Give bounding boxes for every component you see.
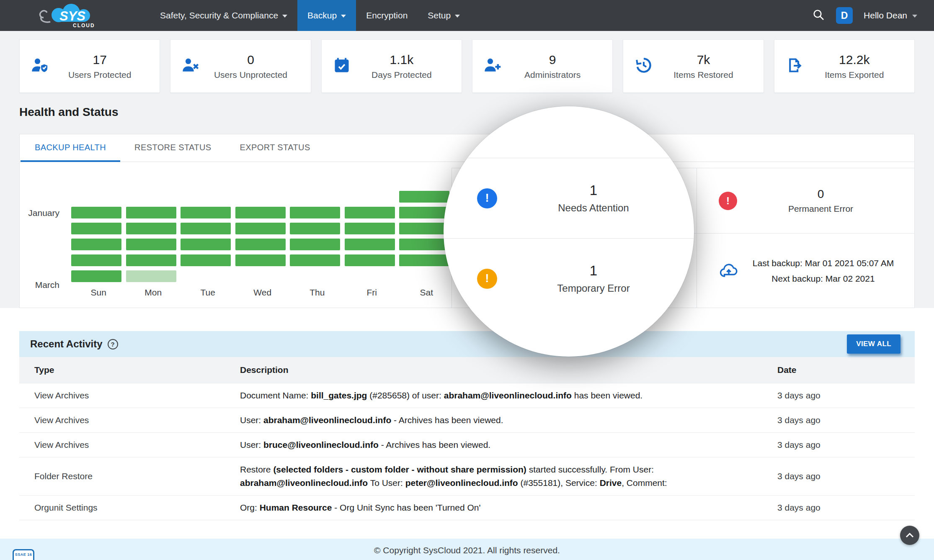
nav-setup[interactable]: Setup xyxy=(418,0,470,31)
activity-type-cell: Orgunit Settings xyxy=(19,496,240,520)
heatmap-month-label-start: January xyxy=(20,207,59,219)
search-icon[interactable] xyxy=(812,8,825,23)
stat-card-administrators[interactable]: 9 Administrators xyxy=(472,39,613,93)
alert-icon xyxy=(477,188,497,208)
user-x-icon xyxy=(181,56,201,76)
scroll-to-top-button[interactable] xyxy=(900,526,919,545)
nav-safety-security-compliance[interactable]: Safety, Security & Compliance xyxy=(150,0,297,31)
heatmap-cell xyxy=(181,223,231,234)
heatmap-day-label: Wed xyxy=(235,288,290,298)
table-row: Orgunit Settings Org: Human Resource - O… xyxy=(19,496,915,520)
caret-down-icon xyxy=(282,15,287,18)
backup-heatmap: January March Sun Mon Tue Wed Thu Fri Sa… xyxy=(20,162,452,308)
heatmap-cell xyxy=(71,223,121,234)
heatmap-month-label-end: March xyxy=(20,279,59,291)
recent-activity-section: Recent Activity VIEW ALL Type Descriptio… xyxy=(19,331,915,520)
next-backup-text: Next backup: Mar 02 2021 xyxy=(739,271,908,286)
heatmap-cell xyxy=(345,254,395,266)
table-row: View Archives User: bruce@liveonlineclou… xyxy=(19,433,915,457)
table-row: View Archives Document Name: bill_gates.… xyxy=(19,383,915,408)
page-footer: © Copyright SysCloud 2021. All rights re… xyxy=(0,539,934,560)
heatmap-day-label: Thu xyxy=(290,288,345,298)
magnified-needs-attention: 1 Needs Attention xyxy=(444,158,694,238)
avatar[interactable]: D xyxy=(836,7,853,24)
table-header-row: Type Description Date xyxy=(19,357,915,383)
heatmap-cell xyxy=(399,254,449,266)
recent-activity-table: Type Description Date View Archives Docu… xyxy=(19,357,915,520)
heatmap-cell xyxy=(345,239,395,250)
stat-value: 9 xyxy=(503,53,601,67)
activity-type-cell: Folder Restore xyxy=(19,457,240,496)
stat-value: 17 xyxy=(51,53,149,67)
nav-backup[interactable]: Backup xyxy=(297,0,356,31)
tab-export-status[interactable]: EXPORT STATUS xyxy=(225,134,324,162)
heatmap-day-labels: Sun Mon Tue Wed Thu Fri Sat xyxy=(71,288,454,298)
tab-backup-health[interactable]: BACKUP HEALTH xyxy=(21,134,120,162)
heatmap-day-label: Mon xyxy=(126,288,181,298)
activity-date-cell: 3 days ago xyxy=(777,383,915,408)
view-all-button[interactable]: VIEW ALL xyxy=(847,334,900,354)
heatmap-cell xyxy=(181,239,231,250)
heatmap-day-label: Sun xyxy=(71,288,126,298)
stats-row: 17 Users Protected 0 Users Unprotected 1… xyxy=(0,31,934,93)
stat-card-users-protected[interactable]: 17 Users Protected xyxy=(19,39,160,93)
activity-type-cell: View Archives xyxy=(19,383,240,408)
activity-description-cell: User: bruce@liveonlinecloud.info - Archi… xyxy=(240,433,777,457)
status-value: 1 xyxy=(497,263,690,279)
brand-cloud-text: CLOUD xyxy=(73,23,95,28)
stat-value: 7k xyxy=(654,53,752,67)
stat-card-items-restored[interactable]: 7k Items Restored xyxy=(623,39,764,93)
permanent-error-card: 0 Permanent Error xyxy=(697,168,914,233)
status-value: 0 xyxy=(737,188,904,201)
column-header-type: Type xyxy=(19,357,240,383)
heatmap-cell xyxy=(126,239,176,250)
backup-schedule-card: Last backup: Mar 01 2021 05:07 AM Next b… xyxy=(697,233,914,308)
heatmap-cell xyxy=(399,207,449,218)
page-title: Health and Status xyxy=(19,105,934,120)
heatmap-day-label: Sat xyxy=(399,288,454,298)
cloud-backup-icon xyxy=(719,261,739,281)
tab-restore-status[interactable]: RESTORE STATUS xyxy=(120,134,225,162)
stat-value: 0 xyxy=(201,53,299,67)
user-shield-icon xyxy=(31,56,51,76)
caret-down-icon xyxy=(341,15,346,18)
magnifier-overlay: 1 Needs Attention 1 Temporary Error xyxy=(444,106,694,357)
heatmap-cell xyxy=(235,254,286,266)
activity-description-cell: Restore (selected folders - custom folde… xyxy=(240,457,777,496)
nav-item-label: Encryption xyxy=(366,10,408,21)
activity-date-cell: 3 days ago xyxy=(777,496,915,520)
heatmap-cell xyxy=(290,254,340,266)
main-navigation: Safety, Security & Compliance Backup Enc… xyxy=(150,0,470,31)
status-value: 1 xyxy=(497,182,690,198)
stat-label: Items Exported xyxy=(805,70,903,80)
caret-down-icon xyxy=(455,15,460,18)
syscloud-logo[interactable]: SYS CLOUD xyxy=(37,3,104,28)
help-icon[interactable] xyxy=(108,339,118,349)
heatmap-cell xyxy=(126,207,176,218)
stat-card-items-exported[interactable]: 12.2k Items Exported xyxy=(774,39,915,93)
heatmap-cell xyxy=(71,270,121,282)
activity-type-cell: View Archives xyxy=(19,408,240,433)
stat-label: Days Protected xyxy=(353,70,451,80)
heatmap-cell xyxy=(71,254,121,266)
nav-item-label: Safety, Security & Compliance xyxy=(160,10,278,21)
column-header-date: Date xyxy=(777,357,915,383)
stat-card-days-protected[interactable]: 1.1k Days Protected xyxy=(321,39,462,93)
warning-icon xyxy=(477,269,497,289)
column-header-description: Description xyxy=(240,357,777,383)
heatmap-day-label: Fri xyxy=(345,288,400,298)
heatmap-cell xyxy=(126,254,176,266)
heatmap-cell xyxy=(399,239,449,250)
heatmap-cell xyxy=(399,191,449,203)
activity-description-cell: Org: Human Resource - Org Unit Sync has … xyxy=(240,496,777,520)
heatmap-day-label: Tue xyxy=(181,288,235,298)
heatmap-cell xyxy=(290,223,340,234)
table-row: Folder Restore Restore (selected folders… xyxy=(19,457,915,496)
heatmap-cell xyxy=(181,254,231,266)
stat-card-users-unprotected[interactable]: 0 Users Unprotected xyxy=(170,39,311,93)
greeting-label: Hello Dean xyxy=(864,10,907,21)
stat-label: Administrators xyxy=(503,70,601,80)
nav-encryption[interactable]: Encryption xyxy=(356,0,418,31)
user-menu[interactable]: Hello Dean xyxy=(864,10,917,21)
status-label: Needs Attention xyxy=(497,202,690,214)
